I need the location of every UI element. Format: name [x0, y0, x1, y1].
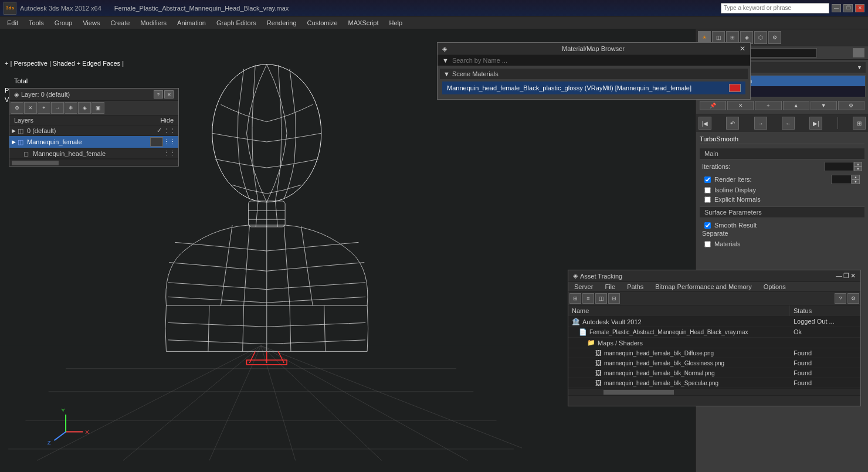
layers-close-button[interactable]: ✕	[164, 90, 174, 99]
at-help-btn[interactable]: ?	[835, 293, 846, 304]
at-minimize-btn[interactable]: —	[836, 272, 842, 280]
render-iters-checkbox[interactable]	[704, 176, 711, 183]
iterations-input[interactable]: 0	[825, 162, 854, 171]
layer-opts-default: ⋮⋮	[163, 127, 176, 134]
menu-modifiers[interactable]: Modifiers	[135, 18, 171, 28]
layer-settings-btn[interactable]: ⚙	[11, 102, 23, 114]
color-swatch[interactable]	[853, 48, 864, 57]
modifier-list-dropdown-icon[interactable]: ▼	[857, 64, 862, 70]
hierarchy-icon: ⊞	[730, 35, 735, 40]
layer-unfreeze-btn[interactable]: ◈	[78, 102, 91, 114]
layers-help-button[interactable]: ?	[154, 90, 163, 99]
rotate-left-btn[interactable]: ↶	[726, 117, 739, 130]
close-button[interactable]: ✕	[855, 4, 864, 12]
at-close-btn[interactable]: ✕	[850, 272, 856, 280]
at-menu-server[interactable]: Server	[568, 282, 599, 291]
nav-left-btn[interactable]: ←	[782, 117, 795, 130]
at-menu-options[interactable]: Options	[758, 282, 792, 291]
layer-row-mannequin-female[interactable]: ▶ ◫ Mannequin_female ⋮⋮	[9, 136, 178, 148]
menu-customize[interactable]: Customize	[303, 18, 343, 28]
layer-row-default[interactable]: ▶ ◫ 0 (default) ✓ ⋮⋮	[9, 125, 178, 136]
render-iters-down[interactable]: ▼	[852, 179, 860, 184]
smooth-result-checkbox[interactable]	[704, 222, 711, 229]
move-up-btn[interactable]: ▲	[783, 101, 809, 110]
menu-edit[interactable]: Edit	[2, 18, 23, 28]
at-row-diffuse[interactable]: 🖼 mannequin_head_female_blk_Diffuse.png …	[568, 348, 860, 358]
materials-checkbox[interactable]	[704, 241, 711, 247]
menu-views[interactable]: Views	[78, 18, 104, 28]
at-restore-btn[interactable]: ❐	[843, 272, 849, 280]
layer-move-to-btn[interactable]: →	[51, 102, 64, 114]
iterations-up[interactable]: ▲	[854, 162, 862, 167]
at-row-vault[interactable]: 🏦 Autodesk Vault 2012 Logged Out ...	[568, 317, 860, 327]
menu-rendering[interactable]: Rendering	[262, 18, 301, 28]
nav-last-btn[interactable]: ▶|	[809, 117, 822, 130]
menu-help[interactable]: Help	[385, 18, 408, 28]
at-cell-maps-status	[790, 338, 860, 348]
material-browser-close[interactable]: ✕	[740, 45, 745, 53]
at-scroll-thumb[interactable]	[603, 390, 674, 395]
nav-first-btn[interactable]: |◀	[699, 117, 711, 130]
menu-tools[interactable]: Tools	[24, 18, 49, 28]
iterations-input-group: 0 ▲ ▼	[825, 162, 862, 171]
at-row-gloss[interactable]: 🖼 mannequin_head_female_blk_Glossiness.p…	[568, 358, 860, 368]
at-tool-3[interactable]: ◫	[595, 293, 607, 304]
at-tool-4[interactable]: ⊟	[608, 293, 620, 304]
materials-row: Materials	[700, 239, 864, 249]
at-table-body: 🏦 Autodesk Vault 2012 Logged Out ... 📄 F…	[568, 317, 860, 388]
at-menu-paths[interactable]: Paths	[621, 282, 649, 291]
at-status-bar	[568, 395, 860, 406]
at-menu-file[interactable]: File	[599, 282, 621, 291]
delete-mod-btn[interactable]: ✕	[727, 101, 754, 110]
nav-right-btn[interactable]: →	[754, 117, 767, 130]
restore-button[interactable]: ❐	[843, 4, 853, 12]
scene-materials-header[interactable]: ▼ Scene Materials	[440, 69, 748, 79]
material-search-input[interactable]	[452, 57, 745, 64]
render-iters-up[interactable]: ▲	[852, 175, 860, 179]
separate-row: Separate	[700, 230, 864, 237]
at-scrollbar[interactable]	[568, 388, 860, 395]
menu-animation[interactable]: Animation	[172, 18, 211, 28]
material-color-swatch[interactable]	[729, 84, 741, 92]
layers-scrollbar[interactable]	[9, 159, 178, 166]
app-name: Autodesk 3ds Max 2012 x64	[20, 5, 101, 12]
iterations-down[interactable]: ▼	[854, 167, 862, 171]
keyword-search-input[interactable]	[721, 3, 829, 13]
minimize-button[interactable]: —	[832, 4, 841, 12]
utilities-icon-btn[interactable]: ⚙	[768, 31, 781, 44]
svg-text:Z: Z	[48, 439, 51, 446]
explicit-normals-checkbox[interactable]	[704, 196, 711, 203]
at-row-maps[interactable]: 📁 Maps / Shaders	[568, 338, 860, 348]
at-tool-1[interactable]: ⊞	[569, 293, 581, 304]
menu-group[interactable]: Group	[50, 18, 77, 28]
at-row-normal[interactable]: 🖼 mannequin_head_female_blk_Normal.png F…	[568, 368, 860, 378]
material-item[interactable]: Mannequin_head_female_Black_plastic_glos…	[442, 82, 745, 94]
at-options-btn[interactable]: ⚙	[847, 293, 859, 304]
menu-create[interactable]: Create	[106, 18, 134, 28]
move-down-btn[interactable]: ▼	[811, 101, 837, 110]
isoline-checkbox[interactable]	[704, 187, 711, 193]
at-row-max-file[interactable]: 📄 Female_Plastic_Abstract_Mannequin_Head…	[568, 327, 860, 338]
add-mod-btn[interactable]: +	[755, 101, 781, 110]
configure-btn[interactable]: ⚙	[838, 101, 864, 110]
display-icon-btn[interactable]: ⬡	[754, 31, 767, 44]
at-menu-bitmap[interactable]: Bitmap Performance and Memory	[649, 282, 757, 291]
render-iters-input[interactable]: 1	[831, 175, 852, 184]
layer-color-mf[interactable]	[150, 137, 163, 147]
at-tool-2[interactable]: ≡	[582, 293, 594, 304]
pin-mod-btn[interactable]: 📌	[700, 101, 726, 110]
menu-maxscript[interactable]: MAXScript	[344, 18, 384, 28]
layer-row-mannequin-head[interactable]: ◻ Mannequin_head_female ⋮⋮	[9, 148, 178, 159]
at-row-specular[interactable]: 🖼 mannequin_head_female_blk_Specular.png…	[568, 378, 860, 388]
title-left: 3ds Autodesk 3ds Max 2012 x64 Female_Pla…	[4, 2, 289, 15]
turbosmooth-section: TurboSmooth Main Iterations: 0 ▲ ▼ Rende…	[696, 132, 868, 251]
layers-scroll-thumb[interactable]	[12, 161, 59, 165]
layer-delete-btn[interactable]: ✕	[24, 102, 37, 114]
four-view-btn[interactable]: ⊞	[853, 117, 866, 130]
layer-name-mannequin-head: Mannequin_head_female	[30, 150, 163, 157]
layer-select-btn[interactable]: ▣	[91, 102, 104, 114]
layer-add-btn[interactable]: +	[38, 102, 50, 114]
layer-expand-mf-icon: ▶	[12, 139, 18, 145]
menu-graph-editors[interactable]: Graph Editors	[212, 18, 261, 28]
layer-freeze-btn[interactable]: ❄	[65, 102, 77, 114]
